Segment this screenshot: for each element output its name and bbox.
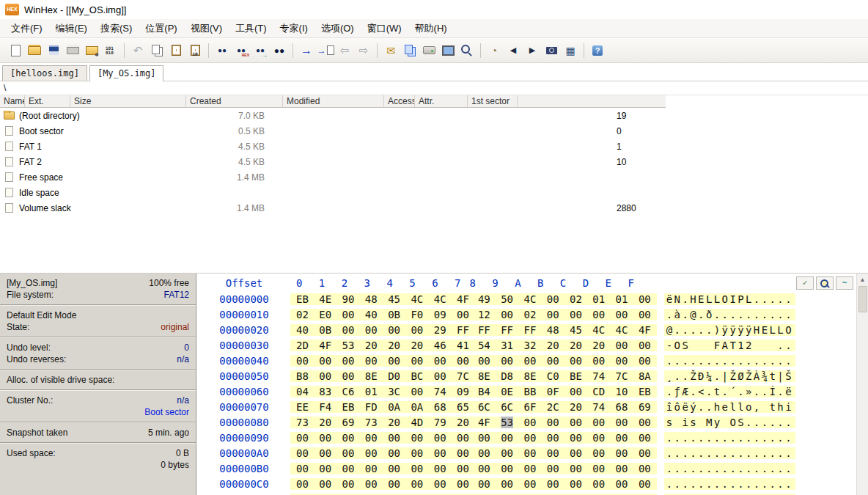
ansi-text[interactable]: ¸..ŽÐ¼.|ŽØŽÀ¾t|Š	[664, 370, 795, 382]
vertical-scrollbar[interactable]: ▲	[856, 274, 868, 495]
hex-bytes[interactable]: 00 00 00 00 00 00 00 0000 00 00 00 00 00…	[290, 355, 657, 367]
search-magnifier-button[interactable]	[816, 276, 834, 290]
hex-bytes[interactable]: B8 00 00 8E D0 BC 00 7C8E D8 8E C0 BE 74…	[290, 370, 657, 382]
hex-bytes[interactable]: 2D 4F 53 20 20 20 46 4154 31 32 20 20 20…	[290, 340, 657, 351]
table-column-header[interactable]: Modified	[283, 95, 384, 107]
disk-tools-button[interactable]	[419, 41, 438, 59]
scrollbar-thumb[interactable]	[858, 286, 867, 312]
scroll-up-arrow-icon[interactable]: ▲	[857, 274, 868, 286]
goto-page-button[interactable]	[316, 41, 335, 59]
panel-divider	[0, 369, 196, 370]
clone-disk-button[interactable]	[400, 41, 419, 59]
copy-button[interactable]	[147, 41, 166, 59]
tab-helloos-img[interactable]: [helloos.img]	[2, 65, 87, 81]
menu-tools[interactable]: 工具(T)	[229, 19, 273, 38]
menu-view[interactable]: 视图(V)	[184, 19, 229, 38]
find-hex-button[interactable]	[232, 41, 251, 59]
hex-bytes[interactable]: 04 83 C6 01 3C 00 74 09B4 0E BB 0F 00 CD…	[290, 386, 657, 397]
ansi-text[interactable]: s is My OS......	[664, 417, 795, 428]
clipboard-hex-button[interactable]	[185, 41, 205, 59]
previous-window-button[interactable]	[504, 41, 523, 59]
hex-bytes[interactable]: 00 00 00 00 00 00 00 0000 00 00 00 00 00…	[290, 432, 657, 444]
send-mail-button[interactable]	[381, 41, 400, 59]
hex-bytes[interactable]: 00 00 00 00 00 00 00 0000 00 00 00 00 00…	[290, 478, 657, 490]
ansi-text[interactable]: @.....)ÿÿÿÿHELLO	[664, 324, 795, 336]
selected-byte: 53	[501, 417, 513, 428]
hex-bytes[interactable]: EB 4E 90 48 45 4C 4C 4F49 50 4C 00 02 01…	[290, 293, 657, 305]
boot-sector-link[interactable]: Boot sector	[144, 407, 189, 417]
table-row[interactable]: FAT 1 4.5 KB 1	[0, 139, 666, 154]
table-column-header[interactable]: Accessed	[384, 95, 415, 107]
print-button[interactable]	[63, 41, 82, 59]
ansi-text[interactable]: .à.@.ð..........	[664, 309, 795, 320]
ansi-text[interactable]: îôëý..hello, thi	[664, 401, 795, 413]
table-column-header[interactable]: 1st sector	[468, 95, 518, 107]
table-row[interactable]: Free space 1.4 MB	[0, 169, 666, 185]
menu-options[interactable]: 选项(O)	[315, 19, 361, 38]
workspace-gap	[0, 216, 868, 273]
ansi-text[interactable]: ................	[664, 355, 795, 367]
convert-button[interactable]	[101, 41, 120, 59]
back-button[interactable]	[335, 41, 354, 59]
new-file-button[interactable]	[6, 41, 25, 59]
hex-bytes[interactable]: 02 E0 00 40 0B F0 09 0012 00 02 00 00 00…	[290, 309, 657, 320]
ansi-text[interactable]: ................	[664, 447, 795, 459]
table-column-header[interactable]: Created	[186, 95, 283, 107]
menu-search[interactable]: 搜索(S)	[94, 19, 139, 38]
paste-clipboard-button[interactable]	[166, 41, 185, 59]
menu-window[interactable]: 窗口(W)	[361, 19, 408, 38]
ansi-text[interactable]: ................	[664, 463, 795, 474]
analyze-button[interactable]	[485, 41, 504, 59]
save-button[interactable]	[44, 41, 63, 59]
menu-file[interactable]: 文件(F)	[4, 19, 49, 38]
open-button[interactable]	[25, 41, 44, 59]
table-row[interactable]: (Root directory) 7.0 KB 19	[0, 108, 666, 123]
forward-button[interactable]	[354, 41, 373, 59]
position-check-button[interactable]: ✓	[796, 276, 814, 290]
menu-position[interactable]: 位置(P)	[139, 19, 183, 38]
hex-bytes[interactable]: 40 0B 00 00 00 00 29 FFFF FF FF 48 45 4C…	[290, 324, 657, 336]
table-column-header[interactable]: Size	[70, 95, 186, 107]
table-row[interactable]: Volume slack 1.4 MB 2880	[0, 200, 666, 216]
file-name: Boot sector	[19, 126, 64, 136]
console-button[interactable]	[438, 41, 457, 59]
undo-button[interactable]	[128, 41, 147, 59]
next-window-button[interactable]	[523, 41, 542, 59]
menu-specialist[interactable]: 专家(I)	[273, 19, 315, 38]
hex-bytes[interactable]: 00 00 00 00 00 00 00 0000 00 00 00 00 00…	[290, 463, 657, 474]
wave-mode-button[interactable]: ~	[836, 276, 853, 290]
continue-search-button[interactable]	[251, 41, 270, 59]
table-row[interactable]: Idle space	[0, 185, 666, 200]
hex-offset: 000000C0	[198, 478, 290, 490]
search-again-button[interactable]	[270, 41, 289, 59]
hex-bytes[interactable]: EE F4 EB FD 0A 0A 68 656C 6C 6F 2C 20 74…	[290, 401, 657, 413]
ansi-text[interactable]: ................	[664, 478, 795, 490]
table-row[interactable]: Boot sector 0.5 KB 0	[0, 123, 666, 139]
table-column-header[interactable]: Ext.	[25, 95, 70, 107]
screenshot-button[interactable]	[542, 41, 561, 59]
hex-bytes[interactable]: 73 20 69 73 20 4D 79 204F 53 00 00 00 00…	[290, 417, 657, 428]
menu-help[interactable]: 帮助(H)	[408, 19, 454, 38]
hex-row: 00000000 EB 4E 90 48 45 4C 4C 4F49 50 4C…	[198, 291, 856, 307]
used-space-label: Used space:	[7, 448, 56, 458]
table-body: (Root directory) 7.0 KB 19 Boot sector 0…	[0, 108, 868, 216]
bottom-split: [My_OS.img] 100% free File system: FAT12…	[0, 273, 868, 495]
find-text-button[interactable]	[213, 41, 232, 59]
ansi-text[interactable]: ëN.HELLOIPL.....	[664, 293, 795, 305]
goto-offset-button[interactable]	[297, 41, 316, 59]
help-button[interactable]	[588, 41, 607, 59]
hex-bytes[interactable]: 00 00 00 00 00 00 00 0000 00 00 00 00 00…	[290, 447, 657, 459]
data-interpreter-button[interactable]	[561, 41, 580, 59]
tab-my-os-img[interactable]: [My_OS.img]	[89, 65, 163, 81]
ansi-text[interactable]: ................	[664, 432, 795, 444]
ansi-text[interactable]: -OS FAT12 ..	[664, 340, 795, 351]
table-column-header[interactable]: Name▲	[0, 95, 25, 107]
file-size: 4.5 KB	[223, 157, 268, 167]
panel-divider	[0, 442, 196, 444]
table-row[interactable]: FAT 2 4.5 KB 10	[0, 154, 666, 169]
folder-properties-button[interactable]	[82, 41, 101, 59]
menu-edit[interactable]: 编辑(E)	[49, 19, 94, 38]
view-magnifier-button[interactable]	[457, 41, 477, 59]
table-column-header[interactable]: Attr.	[415, 95, 468, 107]
ansi-text[interactable]: .ƒÆ.<.t.´.»..Í.ë	[664, 386, 795, 397]
